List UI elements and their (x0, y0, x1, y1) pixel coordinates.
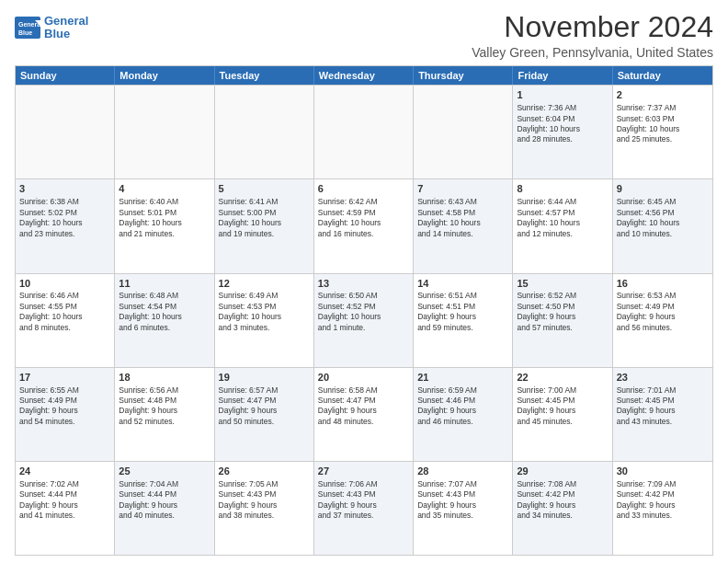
cell-info: Sunrise: 6:38 AM Sunset: 5:02 PM Dayligh… (19, 197, 110, 239)
cell-info: Sunrise: 6:51 AM Sunset: 4:51 PM Dayligh… (417, 291, 508, 333)
logo-line1: General (44, 14, 88, 28)
header-cell-monday: Monday (115, 66, 214, 85)
day-cell-21: 21Sunrise: 6:59 AM Sunset: 4:46 PM Dayli… (414, 368, 513, 461)
day-number: 20 (318, 371, 409, 385)
empty-cell-0-3 (314, 86, 414, 178)
cell-info: Sunrise: 6:44 AM Sunset: 4:57 PM Dayligh… (517, 197, 608, 239)
day-cell-27: 27Sunrise: 7:06 AM Sunset: 4:43 PM Dayli… (314, 462, 414, 555)
day-number: 16 (617, 277, 709, 291)
title-block: November 2024 Valley Green, Pennsylvania… (472, 11, 713, 60)
cell-info: Sunrise: 7:07 AM Sunset: 4:43 PM Dayligh… (417, 479, 508, 522)
day-cell-20: 20Sunrise: 6:58 AM Sunset: 4:47 PM Dayli… (314, 368, 414, 461)
day-number: 14 (417, 277, 508, 291)
day-number: 9 (617, 182, 709, 196)
day-number: 29 (517, 465, 608, 478)
day-number: 18 (119, 371, 210, 385)
day-cell-17: 17Sunrise: 6:55 AM Sunset: 4:49 PM Dayli… (16, 368, 115, 461)
calendar-body: 1Sunrise: 7:36 AM Sunset: 6:04 PM Daylig… (16, 85, 712, 555)
logo-line2: Blue (44, 27, 70, 40)
day-cell-1: 1Sunrise: 7:36 AM Sunset: 6:04 PM Daylig… (513, 86, 612, 178)
day-number: 25 (119, 465, 210, 478)
day-cell-18: 18Sunrise: 6:56 AM Sunset: 4:48 PM Dayli… (115, 368, 214, 461)
header: General Blue General Blue November 2024 … (15, 11, 713, 60)
day-cell-22: 22Sunrise: 7:00 AM Sunset: 4:45 PM Dayli… (513, 368, 612, 461)
day-number: 1 (517, 88, 608, 102)
empty-cell-0-1 (115, 86, 214, 178)
empty-cell-0-4 (414, 86, 513, 178)
day-number: 13 (318, 277, 409, 291)
day-number: 26 (219, 465, 310, 478)
cell-info: Sunrise: 7:37 AM Sunset: 6:03 PM Dayligh… (617, 103, 709, 145)
day-number: 5 (219, 182, 310, 196)
day-number: 21 (417, 371, 508, 385)
day-cell-15: 15Sunrise: 6:52 AM Sunset: 4:50 PM Dayli… (513, 274, 612, 367)
day-cell-11: 11Sunrise: 6:48 AM Sunset: 4:54 PM Dayli… (115, 274, 214, 367)
calendar-row-1: 1Sunrise: 7:36 AM Sunset: 6:04 PM Daylig… (16, 85, 712, 178)
day-cell-5: 5Sunrise: 6:41 AM Sunset: 5:00 PM Daylig… (215, 179, 314, 272)
svg-text:Blue: Blue (18, 29, 32, 36)
day-cell-10: 10Sunrise: 6:46 AM Sunset: 4:55 PM Dayli… (16, 274, 115, 367)
cell-info: Sunrise: 7:04 AM Sunset: 4:44 PM Dayligh… (119, 479, 210, 522)
page: General Blue General Blue November 2024 … (0, 0, 728, 563)
day-number: 10 (19, 277, 110, 291)
cell-info: Sunrise: 7:09 AM Sunset: 4:42 PM Dayligh… (617, 479, 709, 522)
cell-info: Sunrise: 6:42 AM Sunset: 4:59 PM Dayligh… (318, 197, 409, 239)
calendar-row-2: 3Sunrise: 6:38 AM Sunset: 5:02 PM Daylig… (16, 178, 712, 272)
header-cell-wednesday: Wednesday (314, 66, 414, 85)
logo-text: General Blue (44, 15, 88, 41)
cell-info: Sunrise: 6:43 AM Sunset: 4:58 PM Dayligh… (417, 197, 508, 239)
day-cell-2: 2Sunrise: 7:37 AM Sunset: 6:03 PM Daylig… (613, 86, 712, 178)
cell-info: Sunrise: 6:41 AM Sunset: 5:00 PM Dayligh… (219, 197, 310, 239)
month-title: November 2024 (472, 11, 713, 43)
cell-info: Sunrise: 7:05 AM Sunset: 4:43 PM Dayligh… (219, 479, 310, 522)
calendar-header: SundayMondayTuesdayWednesdayThursdayFrid… (16, 66, 712, 85)
cell-info: Sunrise: 6:40 AM Sunset: 5:01 PM Dayligh… (119, 197, 210, 239)
day-number: 11 (119, 277, 210, 291)
day-cell-25: 25Sunrise: 7:04 AM Sunset: 4:44 PM Dayli… (115, 462, 214, 555)
day-cell-30: 30Sunrise: 7:09 AM Sunset: 4:42 PM Dayli… (613, 462, 712, 555)
day-cell-23: 23Sunrise: 7:01 AM Sunset: 4:45 PM Dayli… (613, 368, 712, 461)
cell-info: Sunrise: 7:02 AM Sunset: 4:44 PM Dayligh… (19, 479, 110, 522)
day-cell-16: 16Sunrise: 6:53 AM Sunset: 4:49 PM Dayli… (613, 274, 712, 367)
cell-info: Sunrise: 7:36 AM Sunset: 6:04 PM Dayligh… (517, 103, 608, 145)
empty-cell-0-0 (16, 86, 115, 178)
day-cell-26: 26Sunrise: 7:05 AM Sunset: 4:43 PM Dayli… (215, 462, 314, 555)
cell-info: Sunrise: 7:06 AM Sunset: 4:43 PM Dayligh… (318, 479, 409, 522)
logo: General Blue General Blue (15, 15, 88, 41)
cell-info: Sunrise: 6:57 AM Sunset: 4:47 PM Dayligh… (219, 385, 310, 428)
day-number: 17 (19, 371, 110, 385)
day-cell-28: 28Sunrise: 7:07 AM Sunset: 4:43 PM Dayli… (414, 462, 513, 555)
day-number: 6 (318, 182, 409, 196)
day-number: 7 (417, 182, 508, 196)
day-cell-12: 12Sunrise: 6:49 AM Sunset: 4:53 PM Dayli… (215, 274, 314, 367)
day-cell-3: 3Sunrise: 6:38 AM Sunset: 5:02 PM Daylig… (16, 179, 115, 272)
empty-cell-0-2 (215, 86, 314, 178)
day-cell-14: 14Sunrise: 6:51 AM Sunset: 4:51 PM Dayli… (414, 274, 513, 367)
day-cell-7: 7Sunrise: 6:43 AM Sunset: 4:58 PM Daylig… (414, 179, 513, 272)
day-number: 28 (417, 465, 508, 478)
day-number: 2 (617, 88, 709, 102)
day-number: 23 (617, 371, 709, 385)
day-number: 3 (19, 182, 110, 196)
cell-info: Sunrise: 6:56 AM Sunset: 4:48 PM Dayligh… (119, 385, 210, 428)
cell-info: Sunrise: 6:53 AM Sunset: 4:49 PM Dayligh… (617, 291, 709, 333)
cell-info: Sunrise: 6:49 AM Sunset: 4:53 PM Dayligh… (219, 291, 310, 333)
day-cell-19: 19Sunrise: 6:57 AM Sunset: 4:47 PM Dayli… (215, 368, 314, 461)
day-cell-29: 29Sunrise: 7:08 AM Sunset: 4:42 PM Dayli… (513, 462, 612, 555)
day-number: 30 (617, 465, 709, 478)
day-cell-6: 6Sunrise: 6:42 AM Sunset: 4:59 PM Daylig… (314, 179, 414, 272)
logo-icon: General Blue (15, 17, 40, 39)
day-number: 8 (517, 182, 608, 196)
day-cell-13: 13Sunrise: 6:50 AM Sunset: 4:52 PM Dayli… (314, 274, 414, 367)
header-cell-saturday: Saturday (613, 66, 712, 85)
header-cell-thursday: Thursday (414, 66, 513, 85)
cell-info: Sunrise: 7:08 AM Sunset: 4:42 PM Dayligh… (517, 479, 608, 522)
day-number: 15 (517, 277, 608, 291)
subtitle: Valley Green, Pennsylvania, United State… (472, 45, 713, 60)
cell-info: Sunrise: 6:55 AM Sunset: 4:49 PM Dayligh… (19, 385, 110, 428)
day-number: 4 (119, 182, 210, 196)
day-cell-24: 24Sunrise: 7:02 AM Sunset: 4:44 PM Dayli… (16, 462, 115, 555)
day-number: 24 (19, 465, 110, 478)
cell-info: Sunrise: 6:52 AM Sunset: 4:50 PM Dayligh… (517, 291, 608, 333)
cell-info: Sunrise: 6:46 AM Sunset: 4:55 PM Dayligh… (19, 291, 110, 333)
